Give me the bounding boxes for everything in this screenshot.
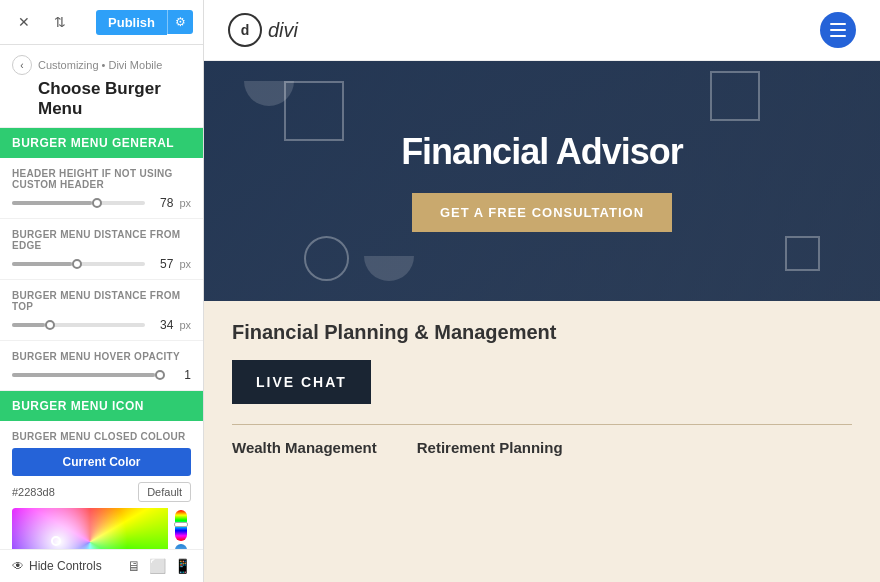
slider-row-hover-opacity: 1 (12, 368, 191, 382)
color-hex-row: #2283d8 Default (12, 482, 191, 502)
logo-name: divi (268, 19, 298, 42)
color-gradient[interactable] (12, 508, 168, 549)
field-distance-edge: BURGER MENU DISTANCE FROM EDGE 57 px (0, 219, 203, 280)
device-icons: 🖥 ⬜ 📱 (127, 558, 191, 574)
color-dot[interactable] (51, 536, 61, 546)
preview-frame: d divi Financia (204, 0, 880, 582)
toolbar-left-icons: ✕ ⇅ (10, 8, 74, 36)
slider-hover-opacity[interactable] (12, 373, 163, 377)
slider-row-distance-top: 34 px (12, 318, 191, 332)
slider-fill (12, 262, 72, 266)
field-label-distance-edge: BURGER MENU DISTANCE FROM EDGE (12, 229, 191, 251)
default-button[interactable]: Default (138, 482, 191, 502)
slider-row-distance-edge: 57 px (12, 257, 191, 271)
slider-value-distance-top: 34 (151, 318, 173, 332)
hamburger-icon[interactable] (820, 12, 856, 48)
hero-cta-button[interactable]: GET A FREE CONSULTATION (412, 193, 672, 232)
hide-controls-label: Hide Controls (29, 559, 102, 573)
logo-circle: d (228, 13, 262, 47)
site-logo: d divi (228, 13, 298, 47)
panel-title: Choose Burger Menu (38, 79, 191, 119)
services-row: Wealth Management Retirement Planning (232, 424, 852, 456)
slider-distance-edge[interactable] (12, 262, 145, 266)
slider-unit-distance-top: px (179, 319, 191, 331)
hide-controls-button[interactable]: 👁 Hide Controls (12, 559, 102, 573)
current-color-button[interactable]: Current Color (12, 448, 191, 476)
publish-button-group: Publish ⚙ (96, 10, 193, 35)
color-picker[interactable] (12, 508, 191, 549)
content-heading: Financial Planning & Management (232, 321, 852, 344)
breadcrumb: ‹ Customizing • Divi Mobile (12, 55, 191, 75)
publish-button[interactable]: Publish (96, 10, 167, 35)
service-wealth: Wealth Management (232, 439, 377, 456)
slider-thumb[interactable] (72, 259, 82, 269)
slider-fill (12, 201, 92, 205)
slider-thumb[interactable] (45, 320, 55, 330)
hue-handle[interactable] (174, 522, 188, 527)
slider-value-header-height: 78 (151, 196, 173, 210)
top-toolbar: ✕ ⇅ Publish ⚙ (0, 0, 203, 45)
field-color: BURGER MENU CLOSED COLOUR Current Color … (0, 421, 203, 549)
slider-unit-distance-edge: px (179, 258, 191, 270)
hero-title: Financial Advisor (401, 131, 683, 173)
ham-line-3 (830, 35, 846, 37)
tablet-icon[interactable]: ⬜ (149, 558, 166, 574)
slider-fill (12, 323, 45, 327)
slider-fill (12, 373, 155, 377)
hex-value: #2283d8 (12, 486, 132, 498)
field-header-height: HEADER HEIGHT IF NOT USING CUSTOM HEADER… (0, 158, 203, 219)
slider-header-height[interactable] (12, 201, 145, 205)
breadcrumb-area: ‹ Customizing • Divi Mobile Choose Burge… (0, 45, 203, 128)
slider-value-hover-opacity: 1 (169, 368, 191, 382)
slider-unit-header-height: px (179, 197, 191, 209)
live-chat-button[interactable]: LIVE CHAT (232, 360, 371, 404)
field-label-hover-opacity: BURGER MENU HOVER OPACITY (12, 351, 191, 362)
back-button[interactable]: ✕ (10, 8, 38, 36)
slider-row-header-height: 78 px (12, 196, 191, 210)
section-icon-header: Burger Menu Icon (0, 391, 203, 421)
mobile-icon[interactable]: 📱 (174, 558, 191, 574)
field-distance-top: BURGER MENU DISTANCE FROM TOP 34 px (0, 280, 203, 341)
alpha-slider[interactable] (175, 544, 187, 550)
section-general-header: Burger Menu General (0, 128, 203, 158)
ham-line-2 (830, 29, 846, 31)
hue-slider[interactable] (175, 510, 187, 541)
right-panel: d divi Financia (204, 0, 880, 582)
service-retirement: Retirement Planning (417, 439, 563, 456)
slider-thumb[interactable] (155, 370, 165, 380)
site-header: d divi (204, 0, 880, 61)
ham-line-1 (830, 23, 846, 25)
left-panel: ✕ ⇅ Publish ⚙ ‹ Customizing • Divi Mobil… (0, 0, 204, 582)
hero-section: Financial Advisor GET A FREE CONSULTATIO… (204, 61, 880, 301)
eye-icon: 👁 (12, 559, 24, 573)
field-label-header-height: HEADER HEIGHT IF NOT USING CUSTOM HEADER (12, 168, 191, 190)
slider-thumb[interactable] (92, 198, 102, 208)
slider-value-distance-edge: 57 (151, 257, 173, 271)
field-hover-opacity: BURGER MENU HOVER OPACITY 1 (0, 341, 203, 391)
swap-button[interactable]: ⇅ (46, 8, 74, 36)
content-section: Financial Planning & Management LIVE CHA… (204, 301, 880, 582)
hero-content: Financial Advisor GET A FREE CONSULTATIO… (401, 131, 683, 232)
field-label-color: BURGER MENU CLOSED COLOUR (12, 431, 191, 442)
color-overlay (12, 508, 168, 549)
publish-gear-button[interactable]: ⚙ (167, 10, 193, 34)
field-label-distance-top: BURGER MENU DISTANCE FROM TOP (12, 290, 191, 312)
bottom-bar: 👁 Hide Controls 🖥 ⬜ 📱 (0, 549, 203, 582)
desktop-icon[interactable]: 🖥 (127, 558, 141, 574)
breadcrumb-text: Customizing • Divi Mobile (38, 59, 162, 71)
logo-letter: d (241, 22, 250, 38)
panel-content: Burger Menu General HEADER HEIGHT IF NOT… (0, 128, 203, 549)
breadcrumb-back[interactable]: ‹ (12, 55, 32, 75)
color-side-sliders (171, 508, 191, 549)
slider-distance-top[interactable] (12, 323, 145, 327)
